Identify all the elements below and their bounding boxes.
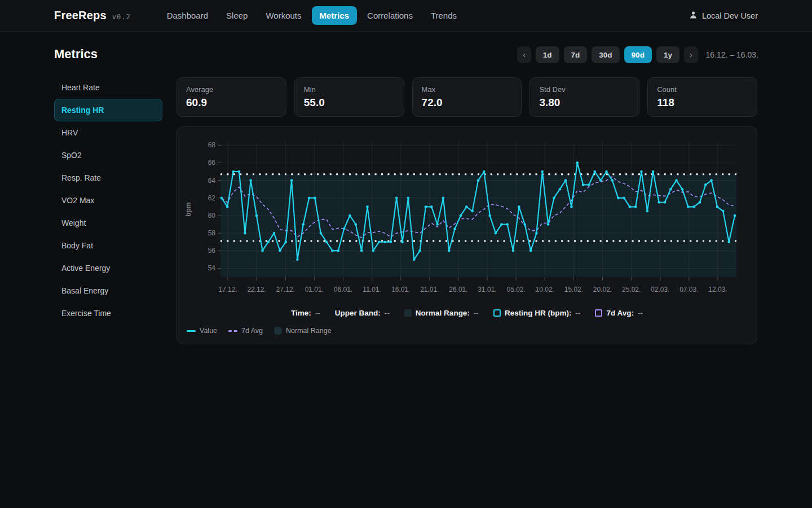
value-point — [664, 201, 667, 204]
value-point — [692, 205, 695, 208]
nav-item-sleep[interactable]: Sleep — [218, 6, 255, 25]
sidebar-item-heart-rate[interactable]: Heart Rate — [54, 76, 162, 99]
value-point — [687, 205, 690, 208]
value-point — [290, 179, 293, 182]
value-point — [564, 179, 567, 182]
value-point — [617, 196, 620, 199]
value-point — [634, 205, 637, 208]
value-point — [576, 161, 579, 164]
value-point — [500, 223, 503, 226]
nav-item-correlations[interactable]: Correlations — [359, 6, 421, 25]
value-point — [220, 196, 223, 199]
range-button-7d[interactable]: 7d — [564, 46, 588, 63]
value-point — [255, 214, 258, 217]
range-period-label: 16.12. – 16.03. — [706, 50, 758, 59]
x-tick-label: 05.02. — [506, 286, 525, 294]
y-tick-label: 68 — [208, 141, 216, 149]
value-point — [360, 249, 363, 252]
range-next-button[interactable]: › — [684, 46, 698, 63]
nav-item-workouts[interactable]: Workouts — [258, 6, 309, 25]
hover-resting-hr: Resting HR (bpm): -- — [493, 309, 581, 317]
stat-label: Max — [422, 85, 513, 94]
value-point — [547, 223, 550, 226]
range-prev-button[interactable]: ‹ — [517, 46, 531, 63]
value-point — [279, 249, 281, 252]
x-tick-label: 16.01. — [391, 286, 410, 294]
sidebar-item-active-energy[interactable]: Active Energy — [54, 257, 162, 279]
value-point — [267, 240, 270, 243]
value-point — [232, 170, 235, 173]
value-point — [483, 170, 486, 173]
value-point — [366, 205, 369, 208]
value-point — [727, 240, 730, 243]
sidebar-item-resting-hr[interactable]: Resting HR — [54, 99, 162, 121]
value-point — [582, 183, 585, 186]
sidebar-item-basal-energy[interactable]: Basal Energy — [54, 279, 162, 302]
value-point — [570, 205, 573, 208]
legend-item-7d-avg[interactable]: 7d Avg — [228, 327, 263, 335]
user-menu[interactable]: Local Dev User — [689, 11, 758, 21]
legend-item-normal-range[interactable]: Normal Range — [274, 327, 332, 335]
value-point — [553, 196, 555, 199]
sidebar-item-spo2[interactable]: SpO2 — [54, 144, 162, 167]
nav-item-dashboard[interactable]: Dashboard — [159, 6, 216, 25]
range-button-1d[interactable]: 1d — [536, 46, 559, 63]
value-point — [669, 188, 672, 191]
value-point — [599, 179, 602, 182]
value-point — [320, 232, 323, 235]
sidebar-item-vo2-max[interactable]: VO2 Max — [54, 189, 162, 212]
value-point — [704, 183, 707, 186]
x-tick-label: 01.01. — [305, 286, 324, 294]
stat-label: Count — [657, 85, 748, 94]
value-point — [448, 249, 451, 252]
nav-items: Dashboard Sleep Workouts Metrics Correla… — [159, 6, 465, 25]
y-tick-label: 58 — [208, 229, 216, 237]
value-point — [535, 232, 538, 235]
value-point — [401, 240, 404, 243]
app-logo: FreeReps — [54, 9, 107, 22]
hover-normal-range: Normal Range: -- — [404, 309, 479, 317]
stat-card-average: Average 60.9 — [176, 77, 286, 117]
nav-item-trends[interactable]: Trends — [423, 6, 465, 25]
value-point — [308, 196, 311, 199]
nav-item-metrics[interactable]: Metrics — [312, 6, 358, 25]
y-tick-label: 56 — [208, 247, 216, 255]
value-point — [594, 170, 597, 173]
value-point — [675, 179, 678, 182]
value-point — [285, 240, 288, 243]
stat-value: 60.9 — [186, 97, 277, 109]
range-button-30d[interactable]: 30d — [592, 46, 619, 63]
value-point — [383, 240, 386, 243]
sidebar-item-resp-rate[interactable]: Resp. Rate — [54, 167, 162, 189]
value-point — [541, 170, 544, 173]
sidebar-item-body-fat[interactable]: Body Fat — [54, 234, 162, 257]
sidebar-item-weight[interactable]: Weight — [54, 212, 162, 234]
x-tick-label: 22.12. — [247, 286, 266, 294]
metric-sidebar: Heart Rate Resting HR HRV SpO2 Resp. Rat… — [54, 76, 162, 325]
value-point — [453, 227, 456, 230]
value-point — [337, 249, 340, 252]
value-point — [436, 223, 439, 226]
range-button-1y[interactable]: 1y — [656, 46, 679, 63]
value-point — [611, 179, 614, 182]
x-tick-label: 27.12. — [276, 286, 295, 294]
x-tick-label: 06.01. — [334, 286, 352, 294]
value-point — [418, 249, 421, 252]
value-point — [413, 259, 416, 261]
value-point — [343, 227, 346, 230]
x-tick-label: 25.02. — [622, 286, 641, 294]
legend-item-value[interactable]: Value — [187, 327, 217, 335]
value-point — [407, 196, 410, 199]
normal-range-swatch — [404, 309, 412, 317]
sidebar-item-exercise-time[interactable]: Exercise Time — [54, 302, 162, 325]
value-point — [425, 205, 427, 208]
stat-value: 118 — [657, 97, 748, 109]
stat-value: 3.80 — [539, 97, 630, 109]
value-point — [605, 170, 608, 173]
resting-hr-swatch — [493, 309, 501, 317]
value-point — [226, 205, 229, 208]
sidebar-item-hrv[interactable]: HRV — [54, 121, 162, 144]
value-point — [249, 179, 252, 182]
metric-chart[interactable]: 545658606264666817.12.22.12.27.12.01.01.… — [177, 127, 758, 300]
range-button-90d[interactable]: 90d — [624, 46, 652, 63]
